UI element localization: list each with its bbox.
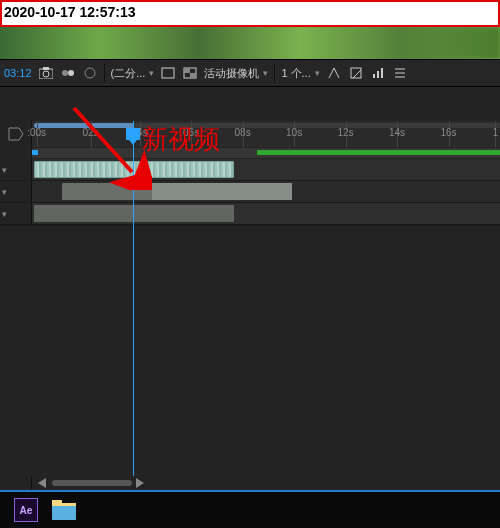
time-navigator [0,148,500,158]
timestamp-overlay: 2020-10-17 12:57:13 [0,0,500,27]
ruler-tick-label: :00s [27,127,46,138]
ruler-tick-label: 08s [235,127,251,138]
track-lane[interactable] [32,203,500,224]
svg-rect-8 [184,68,190,73]
camera-dropdown[interactable]: 活动摄像机▾ [204,66,268,81]
taskbar-app-after-effects[interactable]: Ae [14,498,38,522]
timestamp-text: 2020-10-17 12:57:13 [4,4,136,20]
svg-rect-9 [190,73,196,78]
playhead-indicator[interactable] [126,128,140,140]
svg-rect-10 [351,68,361,78]
layer-tracks: ▾ ▾ ▾ [0,159,500,476]
ruler-tick-label: 16s [440,127,456,138]
preview-viewport-strip [0,27,500,59]
svg-rect-13 [381,68,383,78]
ruler-tick-label: 1 [493,127,499,138]
taskbar-app-file-explorer[interactable] [52,500,76,520]
track-row: ▾ [0,203,500,225]
navigator-playhead [32,150,38,155]
channel-icon[interactable] [60,65,76,81]
ruler-tick-label: 12s [337,127,353,138]
pixel-aspect-icon[interactable] [348,65,364,81]
ruler-tick-label: 14s [389,127,405,138]
playhead-line[interactable] [133,121,134,476]
ruler-tick-label: 02s [82,127,98,138]
snapshot-icon[interactable] [38,65,54,81]
track-expand-toggle[interactable]: ▾ [0,159,32,180]
ruler-tick-label: 10s [286,127,302,138]
separator [104,64,105,82]
time-navigator-bar[interactable] [32,148,500,158]
separator [274,64,275,82]
svg-rect-1 [43,67,49,70]
svg-rect-12 [377,71,379,78]
views-dropdown[interactable]: 1 个...▾ [281,66,319,81]
time-ruler-row: :00s02s04s06s08s10s12s14s16s1 [0,121,500,147]
svg-point-3 [62,70,68,76]
timeline-icon[interactable] [392,65,408,81]
svg-point-2 [43,71,49,77]
track-expand-toggle[interactable]: ▾ [0,181,32,202]
track-row: ▾ [0,181,500,203]
timeline-panel: :00s02s04s06s08s10s12s14s16s1 ▾ ▾ ▾ [0,87,500,490]
svg-point-5 [85,68,95,78]
svg-rect-6 [162,68,174,78]
transparency-grid-icon[interactable] [182,65,198,81]
layer-bar-1[interactable] [34,161,234,178]
empty-track-area [0,225,500,226]
zoom-out-icon[interactable] [38,478,46,488]
resolution-dropdown[interactable]: (二分...▾ [111,66,155,81]
layer-bar-3[interactable] [34,205,234,222]
current-timecode[interactable]: 03:12 [4,67,32,79]
track-lane[interactable] [32,181,500,202]
zoom-handle[interactable] [52,480,132,486]
layer-bar-2b[interactable] [152,183,292,200]
preview-toolbar: 03:12 (二分...▾ 活动摄像机▾ 1 个...▾ [0,59,500,87]
region-icon[interactable] [160,65,176,81]
svg-point-4 [68,70,74,76]
svg-rect-11 [373,74,375,78]
share-view-icon[interactable] [326,65,342,81]
track-lane[interactable] [32,159,500,180]
track-expand-toggle[interactable]: ▾ [0,203,32,224]
track-row: ▾ [0,159,500,181]
ruler-tick-label: 06s [183,127,199,138]
zoom-in-icon[interactable] [136,478,144,488]
cached-preview-range [257,150,500,155]
zoom-scrollbar [0,476,500,490]
time-ruler[interactable]: :00s02s04s06s08s10s12s14s16s1 [32,121,500,147]
zoom-slider[interactable] [32,476,500,490]
exposure-icon[interactable] [82,65,98,81]
windows-taskbar: Ae [0,490,500,528]
fast-preview-icon[interactable] [370,65,386,81]
